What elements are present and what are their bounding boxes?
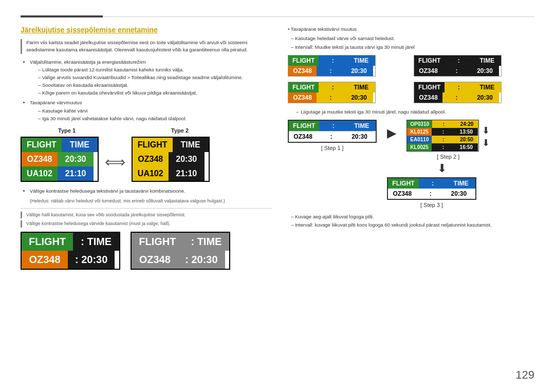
step1-block: FLIGHT : TIME OZ348 : 20:30 [ Step 1 ] xyxy=(288,120,377,151)
steps-row: FLIGHT : TIME OZ348 : 20:30 [ Step 1 ] xyxy=(288,120,534,160)
section-rule xyxy=(21,208,272,209)
steps-section: FLIGHT : TIME OZ348 : 20:30 [ Step 1 ] xyxy=(288,120,534,229)
brightness-note: (Heledus: näitab värvi heledust või tume… xyxy=(21,198,272,205)
fb-oz348: OZ348 xyxy=(22,152,58,166)
fb2-2110: 21:10 xyxy=(169,166,205,181)
page-number: 129 xyxy=(515,368,534,382)
dash-item: Kasutage kahte värvi xyxy=(38,107,272,115)
type2-label: Type 2 xyxy=(134,127,226,134)
mb2-flight: FLIGHT xyxy=(414,55,445,66)
flight-board-2: FLIGHT TIME OZ348 20:30 UA102 21:10 xyxy=(132,137,210,182)
mb1-colon2: : xyxy=(317,66,345,76)
bottom-panels: FLIGHT : TIME OZ348 : 20:30 FLIGHT : TIM… xyxy=(21,232,272,270)
fb-ua102: UA102 xyxy=(22,166,58,181)
step3-block: FLIGHT : TIME OZ348 : 20:30 [ Step 3 ] xyxy=(329,177,534,208)
flight-board-1: FLIGHT TIME OZ348 20:30 UA102 21:10 xyxy=(21,137,99,182)
s3-oz348: OZ348 xyxy=(388,189,416,199)
step1-board: FLIGHT : TIME OZ348 : 20:30 xyxy=(288,120,377,143)
fb-2110: 21:10 xyxy=(58,166,94,181)
mini-board-1: FLIGHT : TIME OZ348 : 20:30 xyxy=(288,55,409,77)
bb-flight-dark: FLIGHT xyxy=(22,233,73,251)
right-dash2: Intervall: Muutke teksti ja tausta värvi… xyxy=(288,44,534,51)
s2-ea0110: EA0110 xyxy=(407,136,432,143)
dash-item: Lülitage toode pärast 12-tunnilist kasut… xyxy=(38,66,272,73)
step2-board: OP0310 : 24:20 KL0125 : 13:50 xyxy=(406,120,479,152)
mini-board-4: FLIGHT : TIME OZ348 : 20:30 xyxy=(414,82,534,103)
down-arrow-step3: ⬇ xyxy=(349,162,534,175)
right-arrow-icon: ⟺ xyxy=(105,154,125,171)
mini-board-grid: FLIGHT : TIME OZ348 : 20:30 xyxy=(288,55,534,103)
step-arrow-right: ▶ xyxy=(387,126,396,140)
s1-2030: 20:30 xyxy=(345,131,374,142)
fb2-header-flight: FLIGHT xyxy=(133,138,173,152)
dash-list-2: Kasutage kahte värvi Iga 30 minuti järel… xyxy=(30,107,272,122)
dash-item: Iga 30 minuti järel vahetatakse kahte vä… xyxy=(38,115,272,122)
s2-1350: 13:50 xyxy=(455,128,478,136)
type-boards: FLIGHT TIME OZ348 20:30 UA102 21:10 ⟺ xyxy=(21,137,272,182)
bb-2030-dark: : 20:30 xyxy=(68,251,115,269)
s2-1650: 16:50 xyxy=(455,143,478,151)
dash-item: Valige arvutis suvandid Kuvaatribuudid >… xyxy=(38,73,272,81)
step2-label: [ Step 2 ] xyxy=(437,154,459,160)
step3-label: [ Step 3 ] xyxy=(420,202,443,208)
fb-2030: 20:30 xyxy=(58,152,94,166)
gray-warning: Vältige halli kasutamist, kuna see võib … xyxy=(26,212,272,219)
mb3-oz348: OZ348 xyxy=(288,92,317,103)
s1-colon2: : xyxy=(317,131,345,142)
mini-board-2: FLIGHT : TIME OZ348 : 20:30 xyxy=(414,55,534,77)
fb-header-time: TIME xyxy=(62,138,98,152)
dash-logo2: Intervall: kuvage liikuvat pilti koos lo… xyxy=(288,221,534,229)
s3-2030: 20:30 xyxy=(445,189,473,199)
s1-colon: : xyxy=(319,121,347,131)
mb3-time: TIME xyxy=(347,82,375,92)
arrow-down-1: ⬇ xyxy=(482,125,490,136)
mb3-flight: FLIGHT xyxy=(288,82,319,92)
s2-kl0125: KL0125 xyxy=(407,128,432,136)
dash-item: Kõige parem on kasutada ühevärvilist või… xyxy=(38,89,272,97)
dash-list-1: Lülitage toode pärast 12-tunnilist kasut… xyxy=(30,66,272,97)
dash-item: Soovitatav on kasutada ekraanisäästjat. xyxy=(38,81,272,89)
fb2-2030: 20:30 xyxy=(169,152,205,166)
fb-header-flight: FLIGHT xyxy=(22,138,62,152)
step3-board: FLIGHT : TIME OZ348 : 20:30 xyxy=(387,177,476,200)
step1-label: [ Step 1 ] xyxy=(321,145,344,151)
left-column: Järelkujutise sissepõlemise ennetamine P… xyxy=(21,26,272,382)
s2-colon1: : xyxy=(432,120,455,128)
mb3-colon2: : xyxy=(317,92,345,103)
final-dashes: Kuvage aeg-ajalt liikuvat logoga pilti. … xyxy=(288,213,534,229)
contrast-warning: Vältige kontrastse heledusega värvide ka… xyxy=(26,220,272,228)
mb1-oz348: OZ348 xyxy=(288,66,317,76)
arrow-down-2: ⬇ xyxy=(482,137,490,148)
fb2-ua102: UA102 xyxy=(133,166,169,181)
type1-label: Type 1 xyxy=(21,127,113,134)
mb3-colon: : xyxy=(319,82,347,92)
mb2-oz348: OZ348 xyxy=(414,66,442,76)
bb-oz348-dark: OZ348 xyxy=(22,251,68,269)
big-board-gray: FLIGHT : TIME OZ348 : 20:30 xyxy=(131,232,230,270)
right-bullet1: Tavapärane tekstivärvi muutus xyxy=(288,26,534,33)
fb2-header-time: TIME xyxy=(173,138,209,152)
mb2-colon: : xyxy=(445,55,473,66)
mb2-colon2: : xyxy=(442,66,471,76)
fb2-oz348: OZ348 xyxy=(133,152,169,166)
bb-flight-gray: FLIGHT xyxy=(132,233,183,251)
mb1-flight: FLIGHT xyxy=(288,55,319,66)
top-rule xyxy=(21,15,534,17)
s2-colon2: : xyxy=(432,128,455,136)
mb2-2030: 20:30 xyxy=(471,66,499,76)
s1-flight: FLIGHT xyxy=(289,121,319,131)
s2-2050: 20:50 xyxy=(455,136,478,143)
bb-time-gray: : TIME xyxy=(183,233,229,251)
step2-block: OP0310 : 24:20 KL0125 : 13:50 xyxy=(406,120,490,160)
s2-colon3: : xyxy=(432,136,455,143)
s3-flight: FLIGHT xyxy=(388,178,418,189)
s3-colon: : xyxy=(419,178,447,189)
s2-kl0025: KL0025 xyxy=(407,143,432,151)
bullet-contrast: Vältige kontrastse heledusega tekstivärv… xyxy=(30,187,272,195)
right-column: Tavapärane tekstivärvi muutus Kasutage h… xyxy=(288,26,534,382)
mb4-colon2: : xyxy=(442,92,471,103)
bullet-item-2: Tavapärane värvmuutus Kasutage kahte vär… xyxy=(30,99,272,122)
bb-oz348-gray: OZ348 xyxy=(132,251,178,269)
right-dash1: Kasutage heledaid värve või sarnast hele… xyxy=(288,35,534,42)
intro-text: Parim viis kaitsta seadet järelkujutise … xyxy=(26,39,272,54)
